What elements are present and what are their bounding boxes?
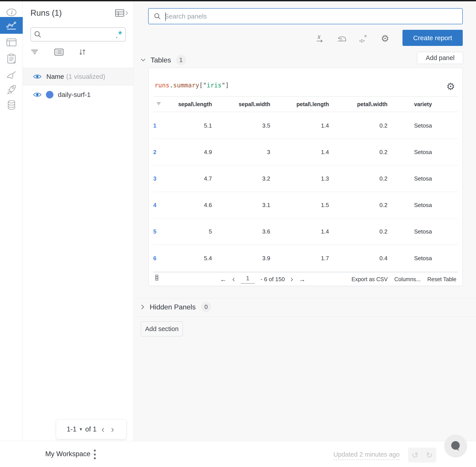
outliers-icon[interactable]: [358, 34, 369, 44]
artifacts-database-icon[interactable]: [0, 97, 23, 114]
export-csv-button[interactable]: Export as CSV: [352, 276, 388, 283]
column-header[interactable]: variety: [387, 101, 459, 107]
redo-icon[interactable]: ↻: [422, 448, 436, 463]
visibility-eye-icon[interactable]: [33, 92, 41, 98]
row-number-link[interactable]: 3: [153, 175, 166, 182]
name-column-header[interactable]: Name: [46, 73, 64, 80]
regex-star: *: [118, 29, 122, 40]
left-icon-rail: i: [0, 1, 23, 441]
chevron-right-icon[interactable]: [141, 304, 144, 310]
iris-table-panel: runs.summary["iris"] ⚙ sepal\.length sep…: [149, 68, 463, 286]
workspace-name[interactable]: My Workspace: [45, 450, 90, 458]
column-header[interactable]: sepal\.length: [166, 101, 212, 107]
support-chat-button[interactable]: [444, 435, 467, 457]
cell: 4.6: [166, 202, 212, 208]
cell: 4.7: [166, 175, 212, 182]
panel-smoothing-iron-icon[interactable]: [337, 34, 347, 44]
next-page-chevron[interactable]: ›: [291, 276, 293, 283]
workspace-settings-gear-icon[interactable]: ⚙: [380, 34, 390, 44]
cell: 0.4: [329, 255, 387, 262]
runs-search-input[interactable]: [44, 31, 116, 38]
cell: 5.1: [166, 122, 212, 129]
row-number-link[interactable]: 5: [153, 228, 166, 235]
sort-button[interactable]: [78, 49, 102, 56]
next-page-button[interactable]: ›: [109, 427, 116, 432]
table-row: 4 4.6 3.1 1.5 0.2 Setosa: [153, 192, 458, 219]
tables-section-header: Tables 1: [140, 55, 186, 65]
panels-icon[interactable]: [0, 34, 23, 51]
hidden-panels-count-badge: 0: [201, 302, 211, 312]
page-number-input[interactable]: 1: [241, 275, 255, 284]
table-pagination: ← ‹ 1 - 6 of 150 › →: [220, 273, 305, 286]
filter-button[interactable]: [30, 49, 54, 55]
group-button[interactable]: [54, 49, 78, 56]
svg-text:i: i: [11, 10, 13, 15]
create-report-button[interactable]: Create report: [402, 30, 463, 46]
launch-rocket-icon[interactable]: [0, 81, 23, 98]
column-header[interactable]: petal\.width: [329, 101, 387, 107]
cell: Setosa: [387, 255, 459, 262]
prev-page-button[interactable]: ‹: [100, 427, 106, 432]
panel-search-input[interactable]: [164, 13, 457, 20]
cell: 3: [212, 149, 270, 156]
workspace-menu-kebab-icon[interactable]: [93, 450, 97, 459]
cell: 4.9: [166, 149, 212, 156]
regex-dot: .: [116, 30, 118, 40]
prev-page-chevron[interactable]: ‹: [232, 276, 235, 283]
table-body: 1 5.1 3.5 1.4 0.2 Setosa 2 4.9 3 1.4 0.2…: [153, 113, 458, 272]
column-header[interactable]: sepal\.width: [212, 101, 270, 107]
row-number-link[interactable]: 4: [153, 202, 166, 208]
cell: 1.4: [270, 149, 329, 156]
row-number-link[interactable]: 6: [153, 255, 166, 262]
cell: 1.5: [270, 202, 329, 208]
x-axis-settings-icon[interactable]: x: [315, 34, 325, 44]
column-header[interactable]: petal\.length: [270, 101, 329, 107]
runs-page-of: of 1: [85, 425, 97, 433]
page-size-caret-icon[interactable]: ▾: [80, 426, 82, 432]
search-icon: [34, 31, 41, 38]
code-key: iris: [207, 82, 222, 89]
cell: 1.3: [270, 175, 329, 182]
panel-search-box: [148, 8, 463, 24]
add-section-button[interactable]: Add section: [141, 321, 183, 336]
tables-section-label[interactable]: Tables: [151, 56, 171, 64]
run-row[interactable]: daily-surf-1: [23, 85, 133, 104]
panel-title-code[interactable]: runs.summary["iris"]: [155, 82, 229, 89]
chevron-down-icon[interactable]: [140, 58, 146, 62]
panel-settings-gear-icon[interactable]: ⚙: [446, 82, 455, 91]
runs-table-icon: [115, 9, 124, 17]
add-panel-button[interactable]: Add panel: [417, 52, 463, 64]
table-filter-icon[interactable]: [153, 102, 166, 107]
row-number-link[interactable]: 1: [153, 122, 166, 129]
hidden-panels-label[interactable]: Hidden Panels: [150, 303, 196, 311]
svg-text:x: x: [317, 34, 321, 40]
row-height-icon[interactable]: [155, 274, 159, 282]
cell: 5.4: [166, 255, 212, 262]
filter-icon: [30, 49, 39, 55]
columns-button[interactable]: Columns...: [394, 276, 421, 283]
runs-table-expand-button[interactable]: [115, 9, 128, 17]
reset-table-button[interactable]: Reset Table: [427, 276, 456, 283]
search-icon: [154, 13, 161, 20]
first-page-arrow[interactable]: ←: [220, 276, 226, 283]
code-runs: runs: [155, 82, 169, 89]
runs-page-range[interactable]: 1-1: [67, 425, 77, 433]
last-page-arrow[interactable]: →: [299, 276, 305, 283]
regex-toggle[interactable]: .*: [116, 29, 122, 39]
undo-icon[interactable]: ↺: [408, 448, 422, 463]
row-number-link[interactable]: 2: [153, 149, 166, 156]
last-updated-text[interactable]: Updated 2 minutes ago: [333, 451, 400, 460]
notes-icon[interactable]: [0, 50, 23, 67]
table-row: 3 4.7 3.2 1.3 0.2 Setosa: [153, 166, 458, 192]
run-name-link[interactable]: daily-surf-1: [58, 91, 91, 98]
table-row: 5 5 3.6 1.4 0.2 Setosa: [153, 219, 458, 245]
runs-pagination: 1-1 ▾ of 1 ‹ ›: [56, 419, 126, 439]
divider: [134, 298, 476, 298]
page-range-text: - 6 of 150: [261, 276, 285, 283]
workspace-main: x ⚙ Create report Tables 1 Add panel run…: [134, 1, 476, 441]
visibility-eye-icon[interactable]: [33, 74, 41, 79]
bottom-options-bar: My Workspace Updated 2 minutes ago ↺ ↻: [0, 441, 476, 467]
cell: 1.7: [270, 255, 329, 262]
workspace-charts-icon[interactable]: [0, 17, 23, 34]
runs-panel-title: Runs (1): [30, 8, 62, 18]
